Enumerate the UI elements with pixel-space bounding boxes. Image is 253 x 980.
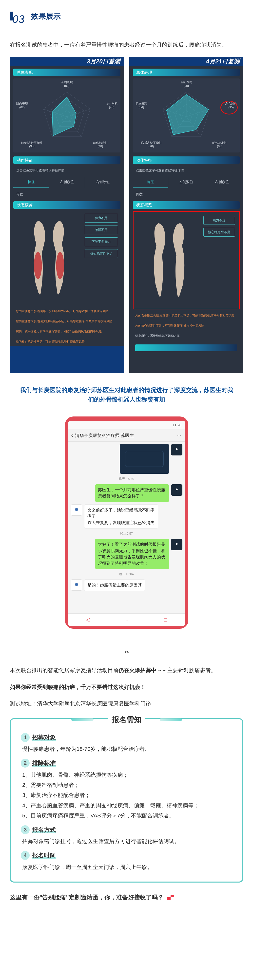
phone-statusbar: 11:20 — [68, 421, 185, 429]
bar-status: 状态概览 — [133, 201, 240, 209]
bar-action: 动作特征 — [13, 156, 121, 164]
notice-step-4: 4报名时间 康复医学科门诊，周一至周五全天门诊，周六上午诊。 — [21, 851, 232, 872]
blue-heading: 我们与长庚医院的康复治疗师苏医生对此患者的情况进行了深度交流，苏医生对我们的外骨… — [20, 385, 233, 404]
tab-right-val[interactable]: 右侧数值 — [85, 177, 121, 188]
avatar — [171, 539, 182, 550]
bar-status: 状态概览 — [13, 201, 121, 209]
mid-para-1: 本次联合推出的智能化居家康复指导活动目前仍在火爆招募中～～主要针对腰痛患者。 本… — [10, 666, 243, 675]
comparison-shots: 3月20日首测 总体表现 — [10, 57, 243, 373]
deco-bar-right — [160, 719, 182, 721]
note: 您的核心稳定性不足，可能导致腰痛,脊柱损伤等风险 — [13, 338, 121, 346]
svg-point-10 — [34, 252, 42, 279]
nav-recent-icon[interactable]: □ — [164, 615, 167, 624]
tags-after: 肌力不足 核心稳定性不足 — [204, 216, 235, 305]
chat-msg: 是的！她腰痛最主要的原因其 — [71, 579, 182, 591]
chat-msg-card — [71, 444, 182, 474]
shot-after-label: 4月21日复测 — [175, 57, 243, 66]
list-item: 3、康复治疗不能配合患者； — [22, 791, 232, 800]
tab-left-val[interactable]: 左侧数值 — [49, 177, 85, 188]
chat-msg: 太好了！看了之前测试的时候报告显示双腿肌肉无力，平衡性也不佳，看了昨天的复测报告… — [71, 539, 182, 569]
list-item: 5、目前疾病疼痛程度严重，VAS评分＞7分，不能配合训练者。 — [22, 811, 232, 820]
mid-para-2: 如果你经常受到腰痛的折磨，千万不要错过这次好机会！ — [10, 682, 243, 692]
deco-bar-left — [71, 719, 94, 721]
tab-feature[interactable]: 特征 — [13, 177, 49, 188]
notice-title: 报名需知 — [108, 713, 145, 726]
tags-before: 肌力不足 激活不足 下肢平衡能力 核心稳定性不足 — [85, 214, 118, 302]
bar-action: 动作特征 — [133, 156, 240, 164]
phone-navbar: ◁ ○ □ — [68, 613, 185, 626]
model-row-after: 肌力不足 核心稳定性不足 — [135, 213, 238, 307]
section-title: 效果展示 — [31, 10, 61, 22]
shot-before-label: 3月20日首测 — [56, 57, 124, 66]
time-stamp: 晚上9:57 — [120, 531, 133, 536]
radar-before: 基础表现(80) 左右对称(40) 动作标准性(48) 前/后表链平衡性(95)… — [13, 78, 121, 153]
shot-after: 4月21日复测 总体表现 — [129, 57, 243, 373]
section-underline — [10, 30, 239, 30]
avatar — [71, 579, 82, 591]
list-item: 1、其他肌肉、骨骼、神经系统损伤等疾病； — [22, 770, 232, 780]
flag-icon — [167, 895, 174, 900]
nav-home-icon[interactable]: ○ — [126, 615, 129, 624]
nav-back-icon[interactable]: ◁ — [86, 615, 90, 624]
mid-para-3: 测试地址：清华大学附属北京清华长庚医院康复医学科门诊 — [10, 699, 243, 708]
enrollment-notice: 报名需知 1招募对象 慢性腰痛患者，年龄为18-70岁，能积极配合治疗者。 2排… — [10, 718, 243, 883]
time-stamp: 昨天 15:40 — [119, 476, 134, 482]
body-model-before — [16, 214, 82, 302]
more-icon[interactable]: ··· — [177, 432, 182, 439]
tag: 肌力不足 — [204, 216, 235, 225]
avatar — [171, 484, 182, 496]
report-card[interactable] — [120, 444, 169, 474]
section-number-box: 03 — [10, 10, 27, 22]
svg-point-11 — [56, 252, 64, 279]
category-pelvis: 骨盆 — [13, 190, 121, 199]
bubble: 比之前好多了，她说已经感觉不到疼痛了 昨天来复测，发现腰痛症状已经消失 — [84, 504, 158, 529]
note: 您的左侧臀中肌,右侧腘二头肌等肌力不足，可能导致脖子滑膜炎等风险 — [13, 307, 121, 315]
bar-overall: 总体表现 — [133, 68, 240, 76]
list-item: 4、严重心脑血管疾病、严重的周围神经疾病、偏瘫、截瘫、精神疾病等； — [22, 801, 232, 810]
note: 您的下肢平衡能力和本体感觉较弱，可能导致跌倒风险损伤等风险 — [13, 328, 121, 335]
notice-step-1: 1招募对象 慢性腰痛患者，年龄为18-70岁，能积极配合治疗者。 — [21, 733, 232, 754]
tag: 肌力不足 — [85, 214, 118, 223]
tab-row: 特征 左侧数值 右侧数值 — [13, 177, 121, 188]
tag: 核心稳定性不足 — [204, 228, 235, 237]
final-line: 这里有一份"告别腰痛"定制邀请函，你，准备好接收了吗？ — [10, 892, 243, 902]
avatar — [71, 504, 82, 515]
note: 您的右侧腘二头肌,左侧臀小肌等肌力不足，可能导致颈椎,脖子滑膜炎等风险 — [133, 312, 240, 320]
chat-msg: 苏医生，一个月前那位严重慢性腰痛患者复测结果怎么样了？ — [71, 484, 182, 502]
chat-title: 清华长庚康复科治疗师 苏医生 — [75, 432, 134, 439]
scissors-icon: ✂ — [123, 648, 130, 657]
tab-left-val[interactable]: 左侧数值 — [168, 177, 204, 188]
intro-paragraph: 在报名测试的患者中，一位有着严重慢性腰痛的患者经过一个月的训练后，腰痛症状消失。 — [10, 40, 243, 49]
note: 您的核心稳定性不足，可能导致腰痛,脊柱损伤等风险 — [133, 322, 240, 329]
model-row-before: 肌力不足 激活不足 下肢平衡能力 核心稳定性不足 — [13, 211, 121, 305]
chat-body[interactable]: 昨天 15:40 苏医生，一个月前那位严重慢性腰痛患者复测结果怎么样了？ 比之前… — [68, 442, 185, 613]
highlight-circle-icon — [220, 101, 238, 115]
category-pelvis: 骨盆 — [133, 190, 240, 199]
section-number: 03 — [12, 10, 24, 29]
sub-tip: 点击红色文字可查看错误特征详情 — [133, 166, 240, 175]
bar-overall: 总体表现 — [13, 68, 121, 76]
svg-marker-21 — [166, 94, 208, 135]
bar-run — [135, 344, 237, 352]
phone-time: 11:20 — [172, 422, 181, 428]
shot-before: 3月20日首测 总体表现 — [10, 57, 124, 373]
time-stamp: 晚上10:04 — [119, 571, 134, 577]
svg-marker-9 — [53, 97, 76, 136]
chat-msg: 比之前好多了，她说已经感觉不到疼痛了 昨天来复测，发现腰痛症状已经消失 — [71, 504, 182, 529]
bubble: 苏医生，一个月前那位严重慢性腰痛患者复测结果怎么样了？ — [95, 484, 169, 502]
note: 综上所述，系统给出以下运动方案 — [133, 332, 240, 340]
tab-right-val[interactable]: 右侧数值 — [204, 177, 240, 188]
section-header: 03 效果展示 — [10, 10, 253, 22]
notice-header: 报名需知 — [71, 714, 182, 726]
phone-mockup: 11:20 ‹ 清华长庚康复科治疗师 苏医生 ··· 昨天 15:40 苏医生，… — [0, 417, 253, 628]
bubble: 太好了！看了之前测试的时候报告显示双腿肌肉无力，平衡性也不佳，看了昨天的复测报告… — [95, 539, 169, 569]
back-icon[interactable]: ‹ — [71, 431, 73, 440]
tag: 下肢平衡能力 — [85, 237, 118, 246]
tab-feature[interactable]: 特征 — [133, 177, 169, 188]
sub-tip: 点击红色文字可查看错误特征详情 — [13, 166, 121, 175]
list-item: 2、需要严格制动患者； — [22, 780, 232, 789]
body-model-after — [137, 216, 201, 305]
radar-after: 基础表现(90) 左右对称(95) 动作标准性(66) 前/后表链平衡性(90)… — [133, 78, 240, 153]
tag: 核心稳定性不足 — [85, 249, 118, 258]
avatar — [171, 444, 182, 455]
